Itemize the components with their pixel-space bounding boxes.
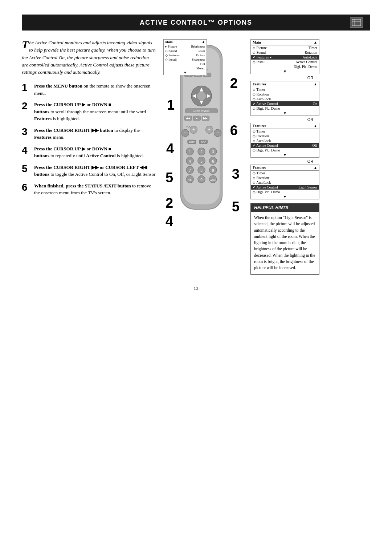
svg-text:7: 7 [189,169,191,173]
or-label-2: OR [250,117,370,122]
svg-text:ADV: ADV [210,179,216,182]
svg-text:5: 5 [200,159,203,163]
helpful-hints-box: HELPFUL HINTS When the option "Light Sen… [250,203,319,275]
svg-text:◀◀: ◀◀ [186,117,191,120]
middle-column: 1 2 4 6 5 2 4 3 5 [163,39,243,275]
menu-screen-4: Features▲ ◇ Timer ◇ Rotation ◇ AutoLock … [250,123,319,158]
svg-text:9: 9 [212,169,214,173]
svg-text:MUTE STATUS: MUTE STATUS [193,110,209,113]
svg-point-15 [197,92,206,101]
intro-text: he Active Control monitors and adjusts i… [22,40,156,75]
menu-screen-5: Features▲ ◇ Timer ◇ Rotation ◇ AutoLock … [250,165,319,199]
step-6-number: 6 [22,182,30,197]
helpful-hints-title: HELPFUL HINTS [251,204,319,212]
step-1-content: Press the MENU button on the remote to s… [34,82,156,97]
left-column: The Active Control monitors and adjusts … [22,39,156,275]
page-title: ACTIVE CONTROL™ OPTIONS [140,19,252,27]
page-number: 13 [22,285,370,291]
step-6-content: When finished, press the STATUS /EXIT bu… [34,182,156,197]
overlay-step-1: 1 [167,97,175,113]
step-2: 2 Press the CURSOR UP ▶ or DOWN ■ button… [22,101,156,122]
overlay-step-3: 3 [232,166,240,182]
step-3: 3 Press the CURSOR RIGHT ▶▶ button to di… [22,127,156,141]
menu-screen-2: Main▲ ◇ Picture Timer ◇ Sound Rotation ✔… [250,39,319,74]
step-5-content: Press the CURSOR RIGHT ▶▶ or CURSOR LEFT… [34,164,156,178]
svg-text:8: 8 [200,169,203,173]
svg-text:4: 4 [189,159,191,163]
screen1-menu: Main▲ ▸ PictureBrightness ◇ SoundColor ◇… [163,39,207,75]
or-label-3: OR [250,159,370,163]
svg-text:3: 3 [212,150,214,154]
intro-paragraph: The Active Control monitors and adjusts … [22,39,156,76]
menu-screen-3: Features▲ ◇ Timer ◇ Rotation ◇ AutoLock … [250,81,319,116]
overlay-step-5b: 5 [232,199,240,215]
step-1-number: 1 [22,82,30,97]
step-2-content: Press the CURSOR UP ▶ or DOWN ■ buttons … [34,101,156,122]
overlay-step-2: 2 [230,76,238,91]
svg-text:VOL: VOL [186,125,191,128]
svg-text:SWAP: SWAP [201,141,206,143]
svg-text:+: + [192,127,195,132]
overlay-step-6: 6 [230,123,238,138]
step-4: 4 Press the CURSOR UP ▶ or DOWN ■ button… [22,145,156,159]
step-3-number: 3 [22,127,30,141]
step-5-number: 5 [22,164,30,178]
overlay-step-4b: 4 [166,214,173,229]
svg-text:2: 2 [200,150,203,154]
step-1: 1 Press the MENU button on the remote to… [22,82,156,97]
overlay-step-5-left: 5 [166,170,173,186]
title-icon [350,17,363,28]
svg-text:▶▶: ▶▶ [203,117,208,120]
svg-text:1: 1 [189,150,191,154]
svg-text:−: − [184,130,187,135]
step-6: 6 When finished, press the STATUS /EXIT … [22,182,156,197]
step-3-content: Press the CURSOR RIGHT ▶▶ button to dis­… [34,127,156,141]
steps-list: 1 Press the MENU button on the remote to… [22,82,156,197]
svg-text:■: ■ [196,117,197,119]
remote-container: 1 2 4 6 5 2 4 3 5 [163,39,243,272]
step-5: 5 Press the CURSOR RIGHT ▶▶ or CURSOR LE… [22,164,156,178]
step-2-number: 2 [22,101,30,122]
overlay-step-2b: 2 [166,195,173,211]
svg-text:+: + [208,127,211,132]
overlay-step-4: 4 [166,141,174,157]
svg-text:0: 0 [200,178,203,182]
right-column: Main▲ ◇ Picture Timer ◇ Sound Rotation ✔… [250,39,370,275]
svg-text:CH: CH [188,178,192,182]
svg-text:6: 6 [212,159,214,163]
step-4-number: 4 [22,145,30,159]
helpful-hints-content: When the option "Light Sensor" is select… [251,212,319,274]
svg-text:SLEEP: SLEEP [189,141,195,143]
step-4-content: Press the CURSOR UP ▶ or DOWN ■ buttons … [34,145,144,159]
svg-text:−: − [216,130,219,135]
or-label-1: OR [250,76,370,80]
svg-rect-0 [352,19,361,26]
drop-cap: T [22,39,28,50]
page-title-bar: ACTIVE CONTROL™ OPTIONS [22,15,370,31]
